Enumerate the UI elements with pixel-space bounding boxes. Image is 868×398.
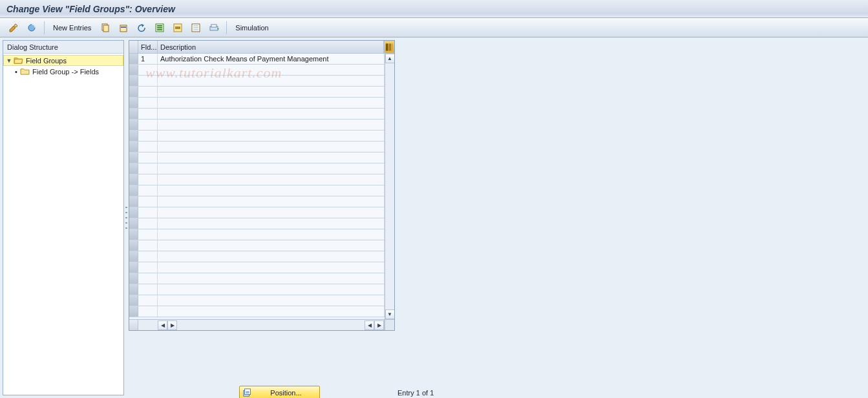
row-selector[interactable] bbox=[129, 295, 138, 306]
other-view-button[interactable] bbox=[23, 21, 40, 35]
table-row[interactable] bbox=[129, 141, 385, 152]
cell-fld[interactable] bbox=[138, 262, 158, 273]
table-row[interactable] bbox=[129, 120, 385, 131]
cell-description[interactable] bbox=[158, 218, 385, 229]
table-row[interactable] bbox=[129, 109, 385, 120]
cell-description[interactable] bbox=[158, 131, 385, 141]
cell-fld[interactable] bbox=[138, 218, 158, 229]
table-row[interactable] bbox=[129, 185, 385, 196]
table-row[interactable] bbox=[129, 163, 385, 174]
table-row[interactable] bbox=[129, 98, 385, 109]
row-selector[interactable] bbox=[129, 240, 138, 251]
column-header-fld[interactable]: Fld... bbox=[138, 41, 158, 53]
row-selector[interactable] bbox=[129, 207, 138, 218]
cell-description[interactable] bbox=[158, 284, 385, 295]
new-entries-button[interactable]: New Entries bbox=[48, 21, 96, 35]
cell-fld[interactable] bbox=[138, 87, 158, 97]
cell-fld[interactable] bbox=[138, 76, 158, 86]
cell-description[interactable] bbox=[158, 185, 385, 196]
table-row[interactable] bbox=[129, 284, 385, 295]
select-all-button[interactable] bbox=[151, 21, 168, 35]
horizontal-scrollbar[interactable]: ◀ ▶ ◀ ▶ bbox=[138, 320, 385, 330]
table-row[interactable] bbox=[129, 196, 385, 207]
table-row[interactable] bbox=[129, 218, 385, 229]
cell-description[interactable] bbox=[158, 306, 385, 317]
row-selector[interactable] bbox=[129, 174, 138, 185]
select-all-rows-header[interactable] bbox=[129, 41, 138, 53]
cell-fld[interactable] bbox=[138, 251, 158, 262]
row-selector[interactable] bbox=[129, 120, 138, 130]
row-selector[interactable] bbox=[129, 131, 138, 141]
select-block-button[interactable] bbox=[169, 21, 186, 35]
cell-fld[interactable] bbox=[138, 65, 158, 75]
table-row[interactable] bbox=[129, 131, 385, 141]
row-selector[interactable] bbox=[129, 306, 138, 317]
scroll-left-end-button[interactable]: ◀ bbox=[365, 320, 374, 330]
scroll-down-button[interactable]: ▼ bbox=[385, 309, 395, 319]
row-selector[interactable] bbox=[129, 109, 138, 119]
copy-as-button[interactable] bbox=[97, 21, 114, 35]
table-row[interactable]: 1Authorization Check Means of Payment Ma… bbox=[129, 54, 385, 65]
cell-fld[interactable] bbox=[138, 98, 158, 108]
row-selector[interactable] bbox=[129, 251, 138, 262]
row-selector[interactable] bbox=[129, 54, 138, 64]
table-row[interactable] bbox=[129, 240, 385, 251]
tree-node-field-group-fields[interactable]: • Field Group -> Fields bbox=[3, 66, 123, 77]
row-selector[interactable] bbox=[129, 141, 138, 152]
deselect-all-button[interactable] bbox=[187, 21, 204, 35]
cell-fld[interactable] bbox=[138, 185, 158, 196]
tree-node-field-groups[interactable]: ▼ Field Groups bbox=[3, 55, 123, 66]
delete-button[interactable] bbox=[115, 21, 132, 35]
cell-fld[interactable]: 1 bbox=[138, 54, 158, 64]
cell-description[interactable] bbox=[158, 65, 385, 75]
scroll-left-button[interactable]: ◀ bbox=[158, 320, 167, 330]
cell-description[interactable] bbox=[158, 240, 385, 251]
scroll-up-button[interactable]: ▲ bbox=[385, 54, 395, 63]
scroll-right-end-button[interactable]: ▶ bbox=[374, 320, 384, 330]
cell-fld[interactable] bbox=[138, 229, 158, 240]
cell-description[interactable] bbox=[158, 196, 385, 207]
table-row[interactable] bbox=[129, 306, 385, 317]
cell-fld[interactable] bbox=[138, 163, 158, 174]
cell-description[interactable] bbox=[158, 295, 385, 306]
row-selector[interactable] bbox=[129, 229, 138, 240]
row-selector[interactable] bbox=[129, 65, 138, 75]
table-row[interactable] bbox=[129, 174, 385, 185]
cell-fld[interactable] bbox=[138, 306, 158, 317]
table-settings-button[interactable] bbox=[384, 41, 394, 53]
table-row[interactable] bbox=[129, 65, 385, 76]
row-selector[interactable] bbox=[129, 76, 138, 86]
column-header-description[interactable]: Description bbox=[158, 41, 384, 53]
cell-fld[interactable] bbox=[138, 109, 158, 119]
panel-splitter[interactable] bbox=[124, 37, 129, 398]
cell-description[interactable] bbox=[158, 229, 385, 240]
cell-description[interactable] bbox=[158, 251, 385, 262]
table-row[interactable] bbox=[129, 152, 385, 163]
cell-fld[interactable] bbox=[138, 152, 158, 163]
cell-fld[interactable] bbox=[138, 273, 158, 284]
row-selector[interactable] bbox=[129, 163, 138, 174]
cell-description[interactable] bbox=[158, 262, 385, 273]
cell-fld[interactable] bbox=[138, 295, 158, 306]
cell-fld[interactable] bbox=[138, 240, 158, 251]
table-row[interactable] bbox=[129, 207, 385, 218]
cell-fld[interactable] bbox=[138, 284, 158, 295]
undo-change-button[interactable] bbox=[133, 21, 150, 35]
cell-description[interactable] bbox=[158, 174, 385, 185]
row-selector[interactable] bbox=[129, 262, 138, 273]
cell-fld[interactable] bbox=[138, 207, 158, 218]
cell-fld[interactable] bbox=[138, 174, 158, 185]
table-row[interactable] bbox=[129, 87, 385, 98]
cell-fld[interactable] bbox=[138, 120, 158, 130]
row-selector[interactable] bbox=[129, 87, 138, 97]
cell-description[interactable] bbox=[158, 141, 385, 152]
row-selector[interactable] bbox=[129, 273, 138, 284]
table-row[interactable] bbox=[129, 76, 385, 87]
vertical-scrollbar[interactable]: ▲ ▼ bbox=[385, 54, 394, 319]
row-selector[interactable] bbox=[129, 152, 138, 163]
row-selector[interactable] bbox=[129, 284, 138, 295]
cell-description[interactable] bbox=[158, 152, 385, 163]
cell-description[interactable]: Authorization Check Means of Payment Man… bbox=[158, 54, 385, 64]
row-selector[interactable] bbox=[129, 196, 138, 207]
row-selector[interactable] bbox=[129, 185, 138, 196]
